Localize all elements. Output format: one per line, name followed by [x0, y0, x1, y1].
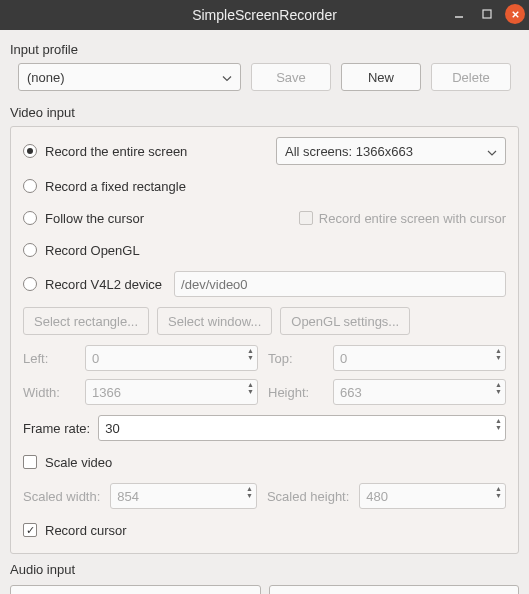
profile-combo-value: (none) — [27, 70, 65, 85]
width-label: Width: — [23, 385, 75, 400]
back-button[interactable]: ◄ Back — [10, 585, 261, 594]
spinner-arrows-icon: ▲▼ — [495, 485, 502, 499]
spinner-arrows-icon: ▲▼ — [246, 485, 253, 499]
window-title: SimpleScreenRecorder — [192, 7, 337, 23]
profile-combo[interactable]: (none) — [18, 63, 241, 91]
close-button[interactable] — [505, 4, 525, 24]
check-scale-video-label: Scale video — [45, 455, 112, 470]
radio-entire-screen[interactable] — [23, 144, 37, 158]
framerate-input[interactable]: ▲▼ — [98, 415, 506, 441]
chevron-down-icon — [487, 144, 497, 159]
audio-input-label: Audio input — [10, 562, 521, 577]
spinner-arrows-icon[interactable]: ▲▼ — [495, 417, 502, 431]
radio-entire-screen-label: Record the entire screen — [45, 144, 187, 159]
top-input: ▲▼ — [333, 345, 506, 371]
radio-follow-cursor[interactable] — [23, 211, 37, 225]
svg-rect-1 — [483, 10, 491, 18]
radio-v4l2[interactable] — [23, 277, 37, 291]
input-profile-label: Input profile — [10, 42, 521, 57]
radio-opengl-label: Record OpenGL — [45, 243, 140, 258]
check-record-cursor[interactable] — [23, 523, 37, 537]
left-label: Left: — [23, 351, 75, 366]
opengl-settings-button: OpenGL settings... — [280, 307, 410, 335]
radio-opengl[interactable] — [23, 243, 37, 257]
save-button: Save — [251, 63, 331, 91]
spinner-arrows-icon: ▲▼ — [247, 347, 254, 361]
top-label: Top: — [268, 351, 323, 366]
delete-button: Delete — [431, 63, 511, 91]
check-record-cursor-label: Record cursor — [45, 523, 127, 538]
screens-combo[interactable]: All screens: 1366x663 — [276, 137, 506, 165]
scaled-height-label: Scaled height: — [267, 489, 349, 504]
continue-button[interactable]: ► Continue — [269, 585, 520, 594]
titlebar: SimpleScreenRecorder — [0, 0, 529, 30]
left-input: ▲▼ — [85, 345, 258, 371]
scaled-width-input: ▲▼ — [110, 483, 257, 509]
check-scale-video[interactable] — [23, 455, 37, 469]
window-controls — [449, 4, 525, 24]
select-window-button: Select window... — [157, 307, 272, 335]
radio-fixed-rect[interactable] — [23, 179, 37, 193]
width-input: ▲▼ — [85, 379, 258, 405]
height-label: Height: — [268, 385, 323, 400]
video-input-group: Record the entire screen All screens: 13… — [10, 126, 519, 554]
select-rectangle-button: Select rectangle... — [23, 307, 149, 335]
chevron-down-icon — [222, 70, 232, 85]
scaled-width-label: Scaled width: — [23, 489, 100, 504]
new-button[interactable]: New — [341, 63, 421, 91]
maximize-button[interactable] — [477, 4, 497, 24]
scaled-height-input: ▲▼ — [359, 483, 506, 509]
radio-follow-cursor-label: Follow the cursor — [45, 211, 144, 226]
radio-fixed-rect-label: Record a fixed rectangle — [45, 179, 186, 194]
check-record-entire-with-cursor — [299, 211, 313, 225]
minimize-button[interactable] — [449, 4, 469, 24]
check-record-entire-with-cursor-label: Record entire screen with cursor — [319, 211, 506, 226]
height-input: ▲▼ — [333, 379, 506, 405]
screens-combo-value: All screens: 1366x663 — [285, 144, 413, 159]
video-input-label: Video input — [10, 105, 521, 120]
spinner-arrows-icon: ▲▼ — [495, 347, 502, 361]
radio-v4l2-label: Record V4L2 device — [45, 277, 162, 292]
spinner-arrows-icon: ▲▼ — [247, 381, 254, 395]
framerate-label: Frame rate: — [23, 421, 90, 436]
spinner-arrows-icon: ▲▼ — [495, 381, 502, 395]
v4l2-device-input — [174, 271, 506, 297]
